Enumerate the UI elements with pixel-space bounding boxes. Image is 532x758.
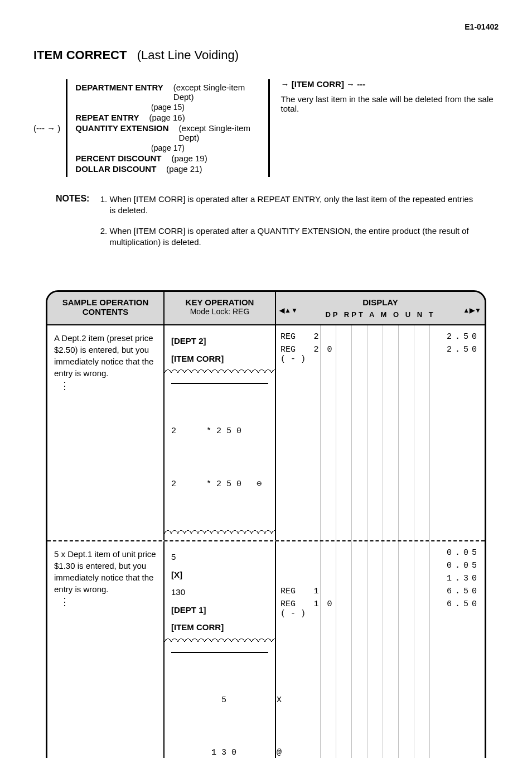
disp-rpt	[323, 561, 336, 570]
disp-mode: REG ( - )	[280, 599, 309, 618]
disp-rpt	[323, 574, 336, 583]
header-display-label: DISPLAY	[280, 298, 480, 307]
receipt-line: 1 3 0 @	[171, 744, 268, 758]
cell-contents: A Dept.2 item (preset price $2.50) is en…	[47, 325, 165, 540]
disp-dp	[309, 548, 323, 558]
header-contents: SAMPLE OPERATION CONTENTS	[47, 292, 165, 324]
header-modelock: Mode Lock: REG	[169, 307, 270, 316]
diag-item-label: PERCENT DISCOUNT	[75, 153, 161, 163]
sample-body: A Dept.2 item (preset price $2.50) is en…	[47, 325, 485, 758]
diag-item-label: QUANTITY EXTENSION	[75, 123, 168, 142]
notes-list: When [ITEM CORR] is operated after a REP…	[98, 194, 476, 257]
vdots-icon: ⋮	[60, 598, 157, 606]
note-item: When [ITEM CORR] is operated after a REP…	[109, 194, 476, 217]
disp-amount: 0.05	[413, 548, 480, 558]
disp-dp: 2	[309, 345, 323, 364]
page-title: ITEM CORRECT (Last Line Voiding)	[33, 48, 499, 63]
display-line: REG 2 2.50	[280, 332, 480, 342]
disp-amount: 1.30	[413, 574, 480, 583]
disp-dp	[309, 574, 323, 583]
title-rest: (Last Line Voiding)	[137, 48, 239, 62]
notes-section: NOTES: When [ITEM CORR] is operated afte…	[56, 194, 476, 257]
disp-rpt: 0	[323, 345, 336, 364]
disp-amount: 0.05	[413, 561, 480, 570]
cell-keyop: [DEPT 2] [ITEM CORR] 2 * 2 5 0 2 * 2 5 0…	[165, 325, 276, 540]
keyop-line: [X]	[171, 566, 268, 584]
keyop-line: [ITEM CORR]	[171, 350, 268, 368]
keyop-line: [DEPT 2]	[171, 332, 268, 350]
receipt-edge-icon	[165, 528, 275, 534]
cell-display: 0.05 0.05 1.30 REG	[276, 541, 485, 758]
disp-mode: REG ( - )	[280, 345, 309, 364]
cell-keyop: 5 [X] 130 [DEPT 1] [ITEM CORR] 5 X 1 3 0…	[165, 541, 276, 758]
receipt-line: 5 X	[171, 692, 268, 709]
table-row: 5 x Dept.1 item of unit price $1.30 is e…	[47, 541, 485, 758]
table-row: A Dept.2 item (preset price $2.50) is en…	[47, 325, 485, 541]
notes-label: NOTES:	[56, 194, 89, 257]
receipt-edge-icon	[165, 636, 275, 642]
receipt-block: 2 * 2 5 0 2 * 2 5 0 ⊖	[171, 383, 268, 528]
keyop-line: 130	[171, 583, 268, 601]
keyop-line: 5	[171, 548, 268, 566]
cell-display: REG 2 2.50 REG ( - ) 2 0 2.50	[276, 325, 485, 540]
disp-amount: 2.50	[413, 345, 480, 364]
disp-amount: 6.50	[413, 599, 480, 618]
contents-text: A Dept.2 item (preset price $2.50) is en…	[54, 333, 153, 378]
contents-text: 5 x Dept.1 item of unit price $1.30 is e…	[54, 549, 156, 594]
vdots-icon: ⋮	[60, 382, 157, 390]
keyop-line: [DEPT 1]	[171, 601, 268, 619]
disp-rpt: 0	[323, 599, 336, 618]
receipt-line: 2 * 2 5 0	[171, 423, 268, 440]
disp-rpt	[323, 548, 336, 558]
diag-item-sub: (page 21)	[166, 164, 202, 174]
diagram-right: → [ITEM CORR] → --- The very last item i…	[275, 79, 499, 177]
display-line: 0.05	[280, 561, 480, 570]
receipt-block: 5 X 1 3 0 @ 1 * 6 5 0 * 1 * 6 5 0 ⊖ *	[171, 652, 268, 759]
disp-mode	[280, 548, 309, 558]
disp-dp: 1	[309, 587, 323, 596]
item-corr-label: → [ITEM CORR] → ---	[281, 79, 499, 89]
diag-item-sub: (page 16)	[149, 113, 185, 122]
entry-diagram: (--- → ) DEPARTMENT ENTRY(except Single-…	[33, 79, 499, 177]
diag-item-sub: (page 17)	[75, 143, 260, 152]
header-display-cols: DP RPT A M O U N T	[325, 310, 435, 319]
diag-item-label: DOLLAR DISCOUNT	[75, 164, 156, 174]
title-bold: ITEM CORRECT	[33, 48, 127, 62]
display-line: REG ( - ) 2 0 2.50	[280, 345, 480, 364]
keyop-line: [ITEM CORR]	[171, 618, 268, 636]
display-line: 1.30	[280, 574, 480, 583]
disp-amount: 6.50	[413, 587, 480, 596]
note-item: When [ITEM CORR] is operated after a QUA…	[109, 226, 476, 248]
caret-right-icon: ▲▶▼	[463, 306, 481, 314]
disp-mode: REG	[280, 587, 309, 596]
cell-contents: 5 x Dept.1 item of unit price $1.30 is e…	[47, 541, 165, 758]
diag-item-label: DEPARTMENT ENTRY	[75, 83, 163, 102]
diagram-left-arrow: (--- → )	[33, 79, 60, 177]
disp-mode	[280, 561, 309, 570]
diagram-entries: DEPARTMENT ENTRY(except Single-item Dept…	[66, 79, 269, 177]
sample-header-row: SAMPLE OPERATION CONTENTS KEY OPERATION …	[47, 292, 485, 325]
receipt-edge-icon	[165, 367, 275, 373]
display-line: REG 1 6.50	[280, 587, 480, 596]
header-keyop: KEY OPERATION Mode Lock: REG	[165, 292, 276, 324]
item-corr-desc: The very last item in the sale will be d…	[281, 94, 499, 113]
diag-item-sub: (page 15)	[75, 103, 260, 112]
diag-item-sub: (page 19)	[172, 153, 207, 163]
display-line: REG ( - ) 1 0 6.50	[280, 599, 480, 618]
sample-operation-table: SAMPLE OPERATION CONTENTS KEY OPERATION …	[46, 290, 486, 758]
disp-rpt	[323, 587, 336, 596]
disp-mode: REG	[280, 332, 309, 342]
receipt-line: 2 * 2 5 0 ⊖	[171, 476, 268, 493]
header-keyop-label: KEY OPERATION	[169, 298, 270, 307]
diag-item-note: (except Single-item Dept)	[173, 83, 260, 102]
caret-left-icon: ◀▲▼	[279, 306, 298, 314]
header-display: DISPLAY ◀▲▼ ▲▶▼ DP RPT A M O U N T	[276, 292, 485, 324]
disp-dp: 1	[309, 599, 323, 618]
diag-item-label: REPEAT ENTRY	[75, 113, 139, 122]
disp-dp: 2	[309, 332, 323, 342]
doc-id: E1-01402	[33, 22, 499, 31]
disp-amount: 2.50	[413, 332, 480, 342]
disp-rpt	[323, 332, 336, 342]
disp-mode	[280, 574, 309, 583]
display-line: 0.05	[280, 548, 480, 558]
